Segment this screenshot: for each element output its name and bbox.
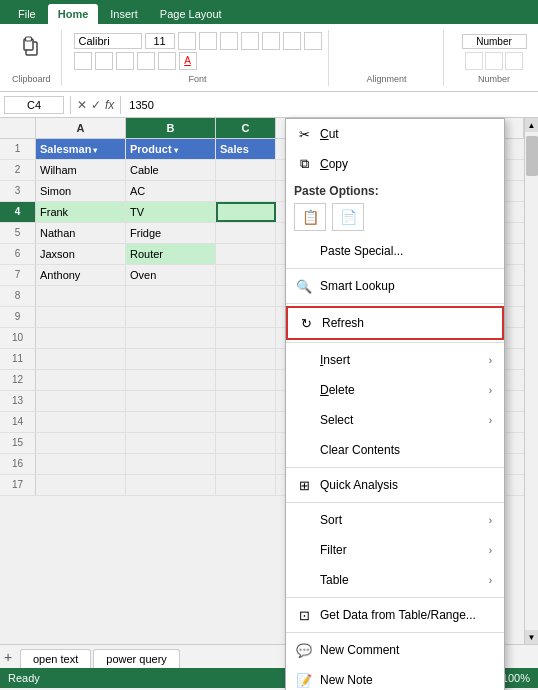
cell[interactable] (126, 475, 216, 495)
cell[interactable]: Salesman▾ (36, 139, 126, 159)
percent-format-button[interactable]: % (485, 52, 503, 70)
sheet-tab-open-text[interactable]: open text (20, 649, 91, 668)
scroll-up-button[interactable]: ▲ (525, 118, 539, 132)
paste-icon-clipboard[interactable]: 📋 (294, 203, 326, 231)
cell[interactable] (126, 286, 216, 306)
cell[interactable] (216, 286, 276, 306)
menu-item-refresh[interactable]: ↻Refresh (286, 306, 504, 340)
cell[interactable] (216, 328, 276, 348)
cell[interactable] (36, 433, 126, 453)
menu-item-filter[interactable]: Filter› (286, 535, 504, 565)
cell[interactable] (216, 181, 276, 201)
sheet-tab-power-query[interactable]: power query (93, 649, 180, 668)
increase-decimal[interactable]: .0↑ (283, 32, 301, 50)
bold-button[interactable]: B (74, 52, 92, 70)
cell[interactable] (126, 349, 216, 369)
italic-button[interactable]: I (95, 52, 113, 70)
scroll-down-button[interactable]: ▼ (525, 630, 539, 644)
currency-button[interactable]: $ (465, 52, 483, 70)
row-number[interactable]: 15 (0, 433, 36, 453)
row-number[interactable]: 4 (0, 202, 36, 222)
cell[interactable] (36, 286, 126, 306)
scroll-thumb[interactable] (526, 136, 538, 176)
cell-reference-box[interactable] (4, 96, 64, 114)
cancel-formula-icon[interactable]: ✕ (77, 98, 87, 112)
menu-item-new-note[interactable]: 📝New Note (286, 665, 504, 690)
cell[interactable] (216, 370, 276, 390)
formula-input[interactable] (127, 97, 534, 113)
menu-item-clear-contents[interactable]: Clear Contents (286, 435, 504, 465)
add-sheet-button[interactable]: + (4, 649, 20, 665)
cell[interactable]: AC (126, 181, 216, 201)
row-number[interactable]: 14 (0, 412, 36, 432)
menu-item-select[interactable]: Select› (286, 405, 504, 435)
cell[interactable] (126, 391, 216, 411)
row-number[interactable]: 6 (0, 244, 36, 264)
cell[interactable] (216, 475, 276, 495)
tab-home[interactable]: Home (48, 4, 99, 24)
decrease-decimal[interactable]: ↓.0 (304, 32, 322, 50)
cell[interactable] (126, 454, 216, 474)
menu-item-sort[interactable]: Sort› (286, 505, 504, 535)
menu-item-get-data[interactable]: ⊡Get Data from Table/Range... (286, 600, 504, 630)
cell[interactable]: Oven (126, 265, 216, 285)
row-number[interactable]: 7 (0, 265, 36, 285)
cell[interactable] (36, 412, 126, 432)
cell[interactable] (126, 307, 216, 327)
cell[interactable] (216, 391, 276, 411)
cell[interactable] (216, 433, 276, 453)
cell[interactable] (126, 412, 216, 432)
cell[interactable] (216, 244, 276, 264)
cell[interactable] (126, 370, 216, 390)
row-number[interactable]: 9 (0, 307, 36, 327)
col-header-c[interactable]: C (216, 118, 276, 138)
cell[interactable] (216, 202, 276, 222)
font-color-button[interactable]: A (179, 52, 197, 70)
cell[interactable] (126, 328, 216, 348)
cell[interactable] (36, 307, 126, 327)
cell[interactable] (36, 349, 126, 369)
menu-item-new-comment[interactable]: 💬New Comment (286, 635, 504, 665)
font-size-increase[interactable]: A↑ (178, 32, 196, 50)
row-number[interactable]: 13 (0, 391, 36, 411)
cell[interactable]: Sales (216, 139, 276, 159)
cell[interactable]: Router (126, 244, 216, 264)
menu-item-copy[interactable]: ⧉Copy (286, 149, 504, 179)
row-number[interactable]: 12 (0, 370, 36, 390)
cell[interactable] (216, 160, 276, 180)
cell[interactable] (36, 391, 126, 411)
cell[interactable] (126, 433, 216, 453)
cell[interactable]: Frank (36, 202, 126, 222)
cell[interactable] (216, 307, 276, 327)
percent-button[interactable]: % (241, 32, 259, 50)
row-number[interactable]: 8 (0, 286, 36, 306)
menu-item-insert[interactable]: Insert› (286, 345, 504, 375)
row-number[interactable]: 3 (0, 181, 36, 201)
menu-item-smart-lookup[interactable]: 🔍Smart Lookup (286, 271, 504, 301)
cell[interactable] (216, 223, 276, 243)
menu-item-table[interactable]: Table› (286, 565, 504, 595)
cell[interactable]: Product▾ (126, 139, 216, 159)
border-button[interactable]: ⊡ (137, 52, 155, 70)
cell[interactable] (36, 328, 126, 348)
cell[interactable] (216, 412, 276, 432)
cell[interactable] (36, 370, 126, 390)
align-right-button[interactable]: ≡ (405, 32, 433, 60)
number-format-input[interactable] (462, 34, 527, 49)
cell[interactable]: Jaxson (36, 244, 126, 264)
cell[interactable] (216, 454, 276, 474)
tab-file[interactable]: File (8, 4, 46, 24)
row-number[interactable]: 5 (0, 223, 36, 243)
menu-item-paste-special[interactable]: Paste Special... (286, 236, 504, 266)
comma-button[interactable]: ‰ (262, 32, 280, 50)
font-name-input[interactable] (74, 33, 142, 49)
comma-format-button[interactable]: , (505, 52, 523, 70)
paste-icon-values[interactable]: 📄 (332, 203, 364, 231)
underline-button[interactable]: U (116, 52, 134, 70)
tab-insert[interactable]: Insert (100, 4, 148, 24)
row-number[interactable]: 11 (0, 349, 36, 369)
cell[interactable] (216, 349, 276, 369)
menu-item-cut[interactable]: ✂Cut (286, 119, 504, 149)
insert-function-icon[interactable]: fx (105, 98, 114, 112)
cell[interactable]: Wilham (36, 160, 126, 180)
